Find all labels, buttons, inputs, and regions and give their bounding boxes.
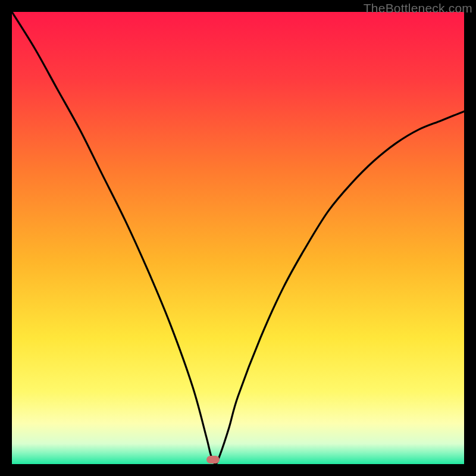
bottleneck-curve (12, 12, 464, 464)
outer-frame: TheBottleneck.com (0, 0, 476, 476)
watermark-text: TheBottleneck.com (364, 1, 472, 15)
plot-area (12, 12, 464, 464)
optimum-marker (206, 456, 220, 464)
